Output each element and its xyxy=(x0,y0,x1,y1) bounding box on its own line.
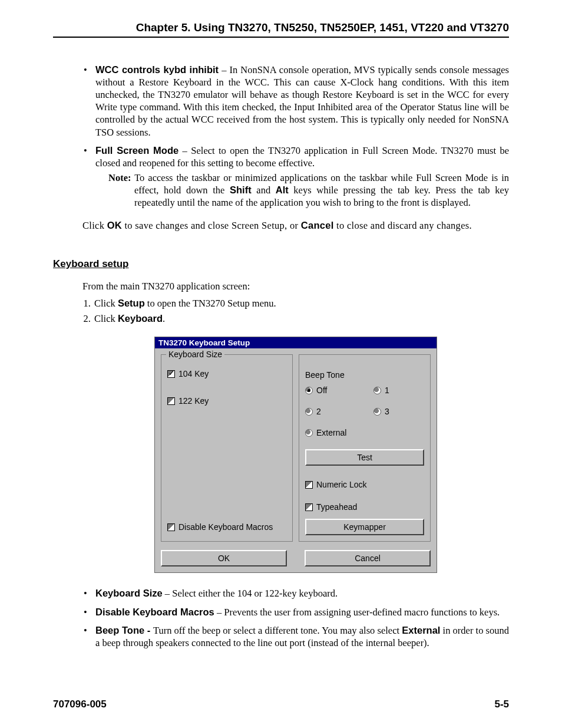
beep-tone-label: Beep Tone xyxy=(305,370,424,380)
r-1-label: 1 xyxy=(385,386,389,395)
steps-list: Click Setup to open the TN3270 Setup men… xyxy=(82,296,509,327)
dialog-keyboard-setup: TN3270 Keyboard Setup Keyboard Size ✓ 10… xyxy=(154,337,437,573)
section-heading-keyboard-setup: Keyboard setup xyxy=(53,258,509,270)
r-3-label: 3 xyxy=(385,407,389,416)
clickok-ok: OK xyxy=(107,220,122,230)
s2b: Keyboard xyxy=(118,313,163,324)
radio-icon xyxy=(373,387,381,394)
bullet-list-top: WCC controls kybd inhibit – In NonSNA co… xyxy=(82,64,509,209)
panel-right: Beep Tone Off 1 2 3 External Test xyxy=(299,354,431,542)
beep-ext: External xyxy=(402,625,440,635)
bullet-fsm: Full Screen Mode – Select to open the TN… xyxy=(82,144,509,209)
radio-1[interactable]: 1 xyxy=(373,386,424,395)
radio-off[interactable]: Off xyxy=(305,386,356,395)
wcc-text: – In NonSNA console operation, MVS typic… xyxy=(95,64,509,138)
r-2-label: 2 xyxy=(316,407,321,416)
checkbox-disable-macros[interactable]: Disable Keyboard Macros xyxy=(167,522,286,532)
step-1: Click Setup to open the TN3270 Setup men… xyxy=(93,296,509,311)
fsm-label: Full Screen Mode xyxy=(95,145,178,156)
page-footer: 707096-005 5-5 xyxy=(53,699,509,710)
clickok-post: to close and discard any changes. xyxy=(334,220,472,231)
radio-icon xyxy=(373,408,381,416)
radio-3[interactable]: 3 xyxy=(373,407,424,416)
note-block: Note: To access the taskbar or minimized… xyxy=(108,172,509,209)
note-alt: Alt xyxy=(276,185,289,195)
note-label: Note: xyxy=(108,172,131,183)
checkbox-104key[interactable]: ✓ 104 Key xyxy=(167,369,286,378)
bullet-list-bottom: Keyboard Size – Select either the 104 or… xyxy=(82,587,509,648)
keymapper-button[interactable]: Keymapper xyxy=(305,519,424,535)
cb-numlock-label: Numeric Lock xyxy=(316,480,367,489)
footer-doc-id: 707096-005 xyxy=(53,699,107,710)
cb-104-label: 104 Key xyxy=(178,369,209,378)
group-label-kbsize: Keyboard Size xyxy=(166,350,224,359)
clickok-mid: to save changes and close Screen Setup, … xyxy=(122,220,301,231)
cb-disable-macros-label: Disable Keyboard Macros xyxy=(178,522,273,532)
step-2: Click Keyboard. xyxy=(93,311,509,327)
checkbox-icon xyxy=(305,503,313,511)
bullet-dkm: Disable Keyboard Macros – Prevents the u… xyxy=(82,606,509,618)
checkbox-122key[interactable]: 122 Key xyxy=(167,396,286,406)
r-ext-label: External xyxy=(316,428,346,437)
dkm-label: Disable Keyboard Macros xyxy=(95,607,214,617)
cancel-button[interactable]: Cancel xyxy=(305,550,431,566)
s2a: Click xyxy=(94,313,118,324)
bullet-kbsize: Keyboard Size – Select either the 104 or… xyxy=(82,587,509,599)
checkbox-icon xyxy=(167,523,175,531)
wcc-label: WCC controls kybd inhibit xyxy=(95,64,219,75)
cb-typeahead-label: Typeahead xyxy=(316,502,357,512)
bullet-wcc: WCC controls kybd inhibit – In NonSNA co… xyxy=(82,64,509,139)
dialog-titlebar: TN3270 Keyboard Setup xyxy=(155,337,437,348)
checkbox-icon xyxy=(167,397,175,405)
ok-button[interactable]: OK xyxy=(161,550,287,566)
bullet-beep: Beep Tone - Turn off the beep or select … xyxy=(82,624,509,649)
checkbox-typeahead[interactable]: Typeahead xyxy=(305,502,424,512)
radio-icon xyxy=(305,387,313,394)
r-off-label: Off xyxy=(316,386,327,395)
chapter-header: Chapter 5. Using TN3270, TN5250, TN5250E… xyxy=(53,21,509,38)
click-ok-para: Click OK to save changes and close Scree… xyxy=(82,219,509,232)
s2c: . xyxy=(163,313,165,324)
checkbox-icon: ✓ xyxy=(167,370,175,378)
note-and: and xyxy=(252,185,276,196)
radio-2[interactable]: 2 xyxy=(305,407,356,416)
beep-label: Beep Tone - xyxy=(95,625,153,635)
radio-icon xyxy=(305,429,313,437)
checkbox-numeric-lock[interactable]: Numeric Lock xyxy=(305,480,424,489)
radio-icon xyxy=(305,408,313,416)
footer-page-number: 5-5 xyxy=(494,699,509,710)
note-shift: Shift xyxy=(230,185,252,195)
dkm-text: – Prevents the user from assigning user-… xyxy=(214,607,500,618)
section-intro: From the main TN3270 application screen: xyxy=(82,281,509,292)
beep-a: Turn off the beep or select a different … xyxy=(153,625,402,636)
kbsize-label: Keyboard Size xyxy=(95,588,163,598)
panel-keyboard-size: Keyboard Size ✓ 104 Key 122 Key xyxy=(161,354,293,542)
cb-122-label: 122 Key xyxy=(178,396,209,406)
clickok-cancel: Cancel xyxy=(301,220,334,230)
s1b: Setup xyxy=(118,298,145,308)
s1a: Click xyxy=(94,298,118,309)
clickok-pre: Click xyxy=(82,220,107,231)
checkbox-icon xyxy=(305,481,313,489)
radio-external[interactable]: External xyxy=(305,428,356,437)
kbsize-text: – Select either the 104 or 122-key keybo… xyxy=(163,588,338,599)
s1c: to open the TN3270 Setup menu. xyxy=(145,298,276,309)
test-button[interactable]: Test xyxy=(305,449,424,466)
